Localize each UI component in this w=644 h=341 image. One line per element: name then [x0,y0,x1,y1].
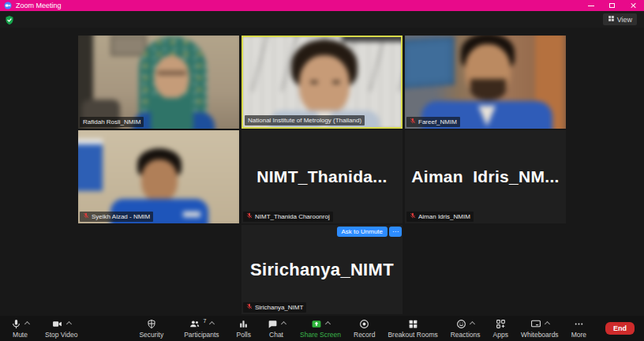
share-screen-icon [311,319,322,331]
window-titlebar: Zoom Meeting [0,0,644,11]
view-button[interactable]: View [603,13,637,25]
mute-button[interactable]: Mute [6,316,34,341]
breakout-rooms-icon [408,319,418,331]
share-options-chevron-icon[interactable] [325,320,331,326]
muted-mic-icon [410,118,416,126]
maximize-button[interactable] [601,0,623,11]
minimize-icon [588,6,594,6]
view-button-label: View [617,16,632,24]
participant-tile-nimt-active-speaker[interactable]: National Institute of Metrology (Thailan… [242,36,402,129]
breakout-rooms-button[interactable]: Breakout Rooms [383,316,442,341]
participant-name-label: Fareef_NMIM [406,117,460,127]
close-icon [631,2,637,9]
reactions-options-chevron-icon[interactable] [470,320,475,326]
muted-mic-icon [410,212,416,221]
participant-tile-rafidah[interactable]: Rafidah Rosli_NMIM [78,36,239,129]
stop-video-button[interactable]: Stop Video [40,316,82,341]
chat-button[interactable]: Chat [262,316,290,341]
reactions-smiley-icon [456,319,466,331]
polls-button[interactable]: Polls [232,316,256,341]
participants-count-badge: 7 [203,318,206,324]
video-options-chevron-icon[interactable] [66,320,72,326]
whiteboard-icon [530,319,541,331]
participant-name-label: NIMT_Thanida Charoonroj [243,212,333,222]
meeting-toolbar: Mute Stop Video Security 7 Participants [0,316,644,341]
apps-button[interactable]: Apps [489,316,513,341]
mute-options-chevron-icon[interactable] [24,320,30,326]
participant-tile-sirichanya[interactable]: Ask to Unmute ⋯ Sirichanya_NIMT Sirichan… [242,225,402,314]
video-camera-icon [51,319,63,331]
participant-video [78,36,239,129]
participant-name-label: Syeikh Aizad - NMIM [80,212,153,222]
maximize-icon [609,3,615,8]
shield-icon [147,319,156,331]
chat-bubble-icon [267,319,278,331]
participants-options-chevron-icon[interactable] [209,320,215,326]
end-meeting-button[interactable]: End [605,322,635,335]
participant-display-name: Sirichanya_NIMT [242,225,402,314]
participant-video [405,36,566,129]
participant-tile-aiman[interactable]: Aiman Idris_NM... Aiman Idris_NMIM [405,130,566,223]
whiteboards-button[interactable]: Whiteboards [516,316,564,341]
meeting-topbar: View [0,11,644,28]
more-ellipsis-icon [574,319,584,331]
security-button[interactable]: Security [134,316,168,341]
record-button[interactable]: Record [349,316,380,341]
polls-bar-chart-icon [238,319,249,331]
participant-name-label: National Institute of Metrology (Thailan… [245,115,365,126]
participant-tile-fareef[interactable]: Fareef_NMIM [405,36,566,129]
minimize-button[interactable] [580,0,601,11]
participant-display-name: NIMT_Thanida... [242,130,402,223]
participants-button[interactable]: 7 Participants [179,316,223,341]
chat-options-chevron-icon[interactable] [281,320,286,326]
participants-icon [189,319,200,331]
more-button[interactable]: More [567,316,591,341]
microphone-icon [11,319,21,331]
apps-icon [496,319,506,331]
whiteboards-options-chevron-icon[interactable] [545,320,550,326]
participant-display-name: Aiman Idris_NM... [405,130,566,223]
record-icon [359,319,369,331]
close-button[interactable] [623,0,644,11]
participant-tile-thanida[interactable]: NIMT_Thanida... NIMT_Thanida Charoonroj [242,130,402,223]
reactions-button[interactable]: Reactions [446,316,485,341]
participant-name-label: Aiman Idris_NMIM [406,212,474,222]
participant-video [78,130,239,223]
encryption-shield-icon[interactable] [5,14,14,28]
muted-mic-icon [246,212,253,221]
grid-view-icon [608,15,615,24]
participant-name-label: Rafidah Rosli_NMIM [80,117,144,127]
video-gallery: Rafidah Rosli_NMIM National Institute of… [0,28,644,316]
share-screen-button[interactable]: Share Screen [295,316,346,341]
muted-mic-icon [246,303,253,312]
participant-tile-syeikh[interactable]: Syeikh Aizad - NMIM [78,130,239,223]
window-title: Zoom Meeting [16,2,580,9]
muted-mic-icon [83,212,89,221]
participant-name-label: Sirichanya_NIMT [243,302,306,313]
